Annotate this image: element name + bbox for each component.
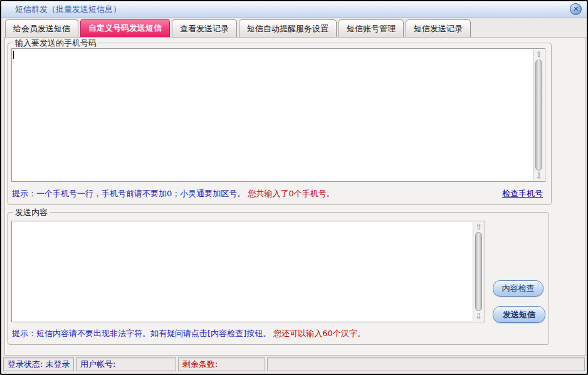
check-phone-link[interactable]: 检查手机号: [502, 188, 543, 199]
login-status: 登录状态: 未登录: [3, 357, 74, 371]
text-caret: [13, 51, 14, 59]
message-content-input[interactable]: ⇧ ⇩: [11, 221, 485, 322]
phone-groupbox-title: 输入要发送的手机号码: [13, 38, 98, 49]
phone-scrollbar[interactable]: ⇧ ⇩: [533, 50, 544, 181]
title-bar: 短信群发（批量发送短信息） ✕: [1, 1, 587, 18]
user-account-label: 用户帐号:: [76, 357, 176, 371]
scroll-down-icon[interactable]: ⇩: [473, 312, 484, 321]
scroll-up-icon[interactable]: ⇧: [473, 222, 484, 231]
remaining-count-label: 剩余条数:: [178, 357, 265, 371]
app-window: 短信群发（批量发送短信息） ✕ 给会员发送短信 自定义号码发送短信 查看发送记录…: [0, 0, 588, 375]
content-scrollbar[interactable]: ⇧ ⇩: [473, 222, 484, 321]
phone-count-text: 您共输入了0个手机号。: [248, 189, 334, 198]
content-groupbox-title: 发送内容: [13, 207, 50, 218]
scrollbar-thumb[interactable]: [475, 232, 482, 311]
status-bar: 登录状态: 未登录 用户帐号: 剩余条数:: [3, 357, 585, 371]
status-spacer: [267, 357, 585, 371]
send-sms-button[interactable]: 发送短信: [493, 306, 545, 323]
phone-hint-text: 提示：一个手机号一行，手机号前请不要加0；小灵通要加区号。: [12, 189, 245, 198]
phone-hint: 提示：一个手机号一行，手机号前请不要加0；小灵通要加区号。 您共输入了0个手机号…: [12, 188, 335, 199]
scroll-down-icon[interactable]: ⇩: [533, 171, 544, 181]
tab-custom-number-send[interactable]: 自定义号码发送短信: [80, 19, 170, 37]
tab-member-send[interactable]: 给会员发送短信: [5, 19, 78, 37]
scroll-up-icon[interactable]: ⇧: [533, 50, 544, 59]
tab-account-management[interactable]: 短信账号管理: [339, 19, 404, 37]
tab-sms-send-records[interactable]: 短信发送记录: [406, 19, 471, 37]
remaining-chars-text: 您还可以输入60个汉字。: [273, 329, 365, 338]
tab-view-send-records[interactable]: 查看发送记录: [172, 19, 237, 37]
window-title: 短信群发（批量发送短信息）: [15, 4, 121, 15]
content-check-button[interactable]: 内容检查: [493, 280, 543, 297]
tab-auto-reminder-settings[interactable]: 短信自动提醒服务设置: [239, 19, 337, 37]
scrollbar-thumb[interactable]: [535, 60, 542, 171]
close-icon[interactable]: ✕: [570, 3, 582, 15]
phone-numbers-input[interactable]: ⇧ ⇩: [11, 48, 545, 182]
content-hint: 提示：短信内容请不要出现非法字符。如有疑问请点击[内容检查]按钮。 您还可以输入…: [12, 328, 365, 339]
content-hint-text: 提示：短信内容请不要出现非法字符。如有疑问请点击[内容检查]按钮。: [12, 329, 271, 338]
tab-bar: 给会员发送短信 自定义号码发送短信 查看发送记录 短信自动提醒服务设置 短信账号…: [5, 19, 473, 37]
